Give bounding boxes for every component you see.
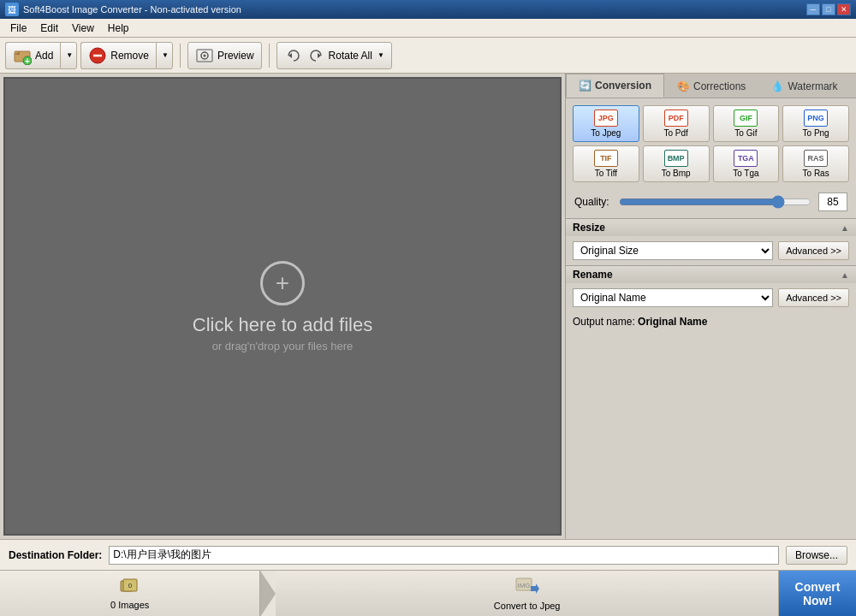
conversion-tab-label: Conversion (595, 80, 651, 92)
output-name-prefix: Output name: (573, 316, 635, 328)
rename-content: Original Name Advanced >> (566, 283, 856, 312)
add-label: Add (35, 50, 53, 62)
add-btn-group: + Add ▼ (5, 42, 77, 69)
preview-label: Preview (217, 50, 254, 62)
window-title: Soft4Boost Image Converter - Non-activat… (23, 4, 806, 15)
drop-main-text: Click here to add files (193, 314, 372, 336)
window-controls: ─ □ ✕ (806, 3, 851, 15)
quality-value: 85 (818, 192, 847, 211)
images-count-text: 0 Images (110, 600, 149, 610)
rename-row: Original Name Advanced >> (573, 288, 849, 307)
resize-section: Resize ▲ Original Size Advanced >> (566, 218, 856, 265)
resize-scroll-btn[interactable]: ▲ (841, 223, 849, 233)
rename-scroll-btn[interactable]: ▲ (841, 270, 849, 280)
rotate-button[interactable]: Rotate All ▼ (276, 42, 392, 69)
maximize-button[interactable]: □ (822, 3, 835, 15)
format-pdf[interactable]: PDF To Pdf (643, 105, 710, 142)
arrow-divider (260, 571, 276, 616)
destination-input[interactable] (109, 546, 779, 565)
format-ras[interactable]: RAS To Ras (782, 145, 849, 182)
close-button[interactable]: ✕ (837, 3, 851, 15)
remove-button[interactable]: Remove (80, 42, 156, 69)
format-grid: JPG To Jpeg PDF To Pdf GIF To Gif PNG To… (566, 98, 856, 189)
menu-help[interactable]: Help (101, 21, 136, 36)
format-tga-label: To Tga (733, 169, 758, 178)
menu-bar: File Edit View Help (0, 19, 856, 38)
corrections-tab-icon: 🎨 (677, 80, 690, 92)
preview-button[interactable]: Preview (187, 42, 262, 69)
remove-dropdown-arrow: ▼ (162, 51, 169, 59)
drop-sub-text: or drag'n'drop your files here (212, 340, 354, 352)
menu-file[interactable]: File (3, 21, 33, 36)
quality-slider[interactable] (619, 195, 811, 209)
tab-conversion[interactable]: 🔄 Conversion (566, 74, 664, 98)
format-tga[interactable]: TGA To Tga (713, 145, 780, 182)
format-gif-label: To Gif (734, 128, 757, 138)
format-pdf-icon: PDF (664, 110, 688, 127)
images-count-section[interactable]: 0 0 Images (0, 571, 260, 616)
convert-format-text: Convert to Jpeg (494, 601, 561, 611)
resize-content: Original Size Advanced >> (566, 236, 856, 265)
conversion-tab-icon: 🔄 (579, 80, 591, 92)
svg-text:+: + (25, 56, 30, 65)
rotate-icon (284, 46, 303, 65)
format-tiff[interactable]: TIF To Tiff (573, 145, 639, 182)
format-gif[interactable]: GIF To Gif (713, 105, 780, 142)
add-icon: + (13, 46, 32, 65)
resize-label: Resize (573, 222, 605, 234)
format-jpeg-icon: JPG (594, 110, 618, 127)
drop-circle-icon: + (260, 261, 305, 305)
format-jpeg-label: To Jpeg (591, 128, 621, 138)
add-dropdown-arrow: ▼ (66, 51, 73, 59)
format-jpeg[interactable]: JPG To Jpeg (573, 105, 639, 142)
main-layout: + Click here to add files or drag'n'drop… (0, 74, 856, 539)
format-bmp-icon: BMP (664, 150, 688, 167)
format-gif-icon: GIF (734, 110, 758, 127)
format-tga-icon: TGA (734, 150, 758, 167)
rename-header: Rename ▲ (566, 266, 856, 283)
output-name-row: Output name: Original Name (566, 312, 856, 331)
images-count-icon: 0 (120, 578, 140, 598)
add-button[interactable]: + Add (5, 42, 60, 69)
rename-advanced-button[interactable]: Advanced >> (778, 288, 849, 307)
minimize-button[interactable]: ─ (806, 3, 820, 15)
remove-icon (88, 46, 107, 65)
rename-select[interactable]: Original Name (573, 288, 773, 307)
remove-dropdown[interactable]: ▼ (156, 42, 173, 69)
title-bar: 🖼 Soft4Boost Image Converter - Non-activ… (0, 0, 856, 19)
format-ras-label: To Ras (803, 169, 829, 178)
add-dropdown[interactable]: ▼ (60, 42, 77, 69)
convert-now-button[interactable]: Convert Now! (779, 571, 856, 616)
quality-label: Quality: (574, 196, 612, 208)
rename-section: Rename ▲ Original Name Advanced >> Outpu… (566, 265, 856, 331)
browse-button[interactable]: Browse... (786, 546, 847, 565)
toolbar: + Add ▼ Remove ▼ (0, 38, 856, 74)
watermark-tab-label: Watermark (788, 80, 837, 92)
destination-label: Destination Folder: (9, 549, 102, 561)
output-name-value: Original Name (638, 316, 707, 328)
right-panel: 🔄 Conversion 🎨 Corrections 💧 Watermark J… (565, 74, 856, 539)
separator-1 (180, 44, 181, 68)
resize-row: Original Size Advanced >> (573, 241, 849, 260)
rename-label: Rename (573, 269, 613, 281)
svg-point-8 (203, 54, 205, 56)
convert-format-section[interactable]: IMG Convert to Jpeg (276, 571, 779, 616)
menu-edit[interactable]: Edit (33, 21, 65, 36)
tab-corrections[interactable]: 🎨 Corrections (664, 74, 758, 98)
format-png[interactable]: PNG To Png (782, 105, 849, 142)
convert-format-icon: IMG (515, 577, 539, 599)
resize-header: Resize ▲ (566, 219, 856, 236)
watermark-tab-icon: 💧 (771, 80, 784, 92)
drop-area[interactable]: + Click here to add files or drag'n'drop… (3, 77, 562, 536)
rotate-dropdown-arrow: ▼ (377, 51, 384, 59)
resize-select[interactable]: Original Size (573, 241, 773, 260)
menu-view[interactable]: View (65, 21, 101, 36)
format-bmp[interactable]: BMP To Bmp (643, 145, 710, 182)
separator-2 (269, 44, 270, 68)
resize-advanced-button[interactable]: Advanced >> (778, 241, 849, 260)
corrections-tab-label: Corrections (693, 80, 746, 92)
format-png-icon: PNG (804, 110, 828, 127)
convert-bar: 0 0 Images IMG Convert to Jpeg Convert N… (0, 570, 856, 616)
rotate-right-icon (306, 46, 325, 65)
tab-watermark[interactable]: 💧 Watermark (758, 74, 850, 98)
